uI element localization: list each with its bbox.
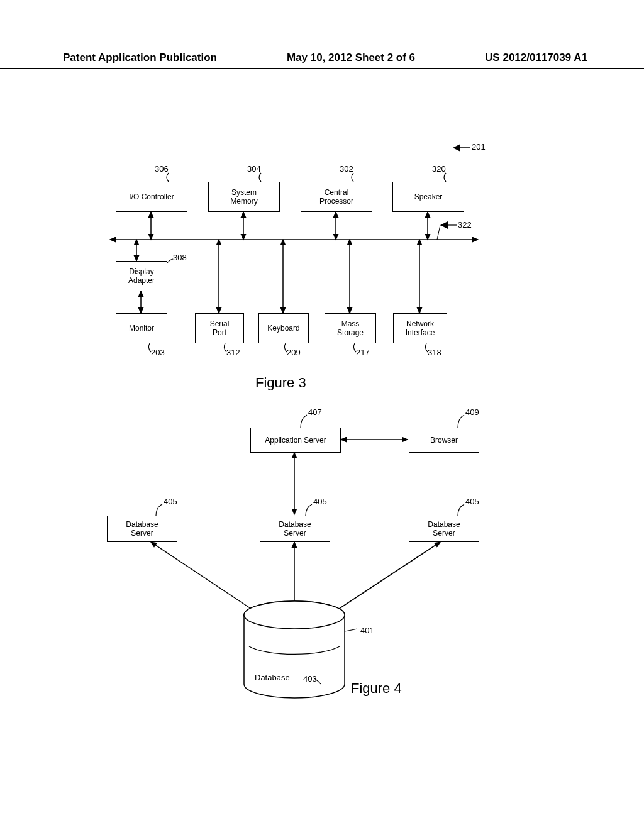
svg-point-22 <box>244 601 345 629</box>
ref-403: 403 <box>303 674 317 683</box>
database-cylinder <box>0 0 644 830</box>
page: Patent Application Publication May 10, 2… <box>0 0 644 830</box>
ref-401: 401 <box>360 626 374 635</box>
figure-4-label: Figure 4 <box>351 680 402 697</box>
database-label: Database <box>255 673 290 682</box>
